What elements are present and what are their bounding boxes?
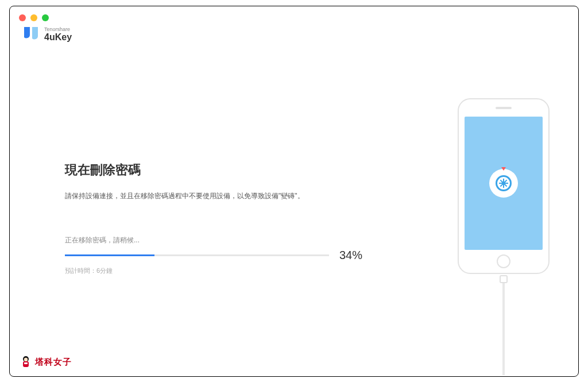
brand-product: 4uKey [44,32,72,43]
app-logo-icon [22,26,40,43]
footer-brand-text: 塔科女子 [35,357,72,368]
window-controls [19,14,49,21]
maximize-window-button[interactable] [42,14,49,21]
phone-icon [458,98,550,274]
footer-avatar-icon [20,356,32,368]
svg-point-1 [24,358,28,361]
main-content: 現在刪除密碼 請保持設備連接，並且在移除密碼過程中不要使用設備，以免導致設備"變… [65,161,386,275]
svg-rect-3 [24,362,28,364]
brand-company: Tenorshare [44,27,72,32]
compass-icon [489,169,518,198]
phone-speaker-icon [496,107,512,109]
app-logo-text: Tenorshare 4uKey [44,27,72,43]
instruction-text: 請保持設備連接，並且在移除密碼過程中不要使用設備，以免導致設備"變磚"。 [65,191,386,201]
footer-watermark: 塔科女子 [20,356,72,368]
cable-icon [500,274,508,375]
device-illustration [458,98,550,274]
progress-bar-fill [65,254,154,256]
app-logo: Tenorshare 4uKey [22,26,72,43]
progress-row: 34% [65,249,386,262]
progress-bar [65,254,329,256]
progress-percent: 34% [339,249,362,262]
close-window-button[interactable] [19,14,26,21]
progress-status-label: 正在移除密碼，請稍候... [65,236,386,245]
phone-screen-icon [465,117,543,250]
phone-home-button-icon [497,254,510,268]
app-window: Tenorshare 4uKey 現在刪除密碼 請保持設備連接，並且在移除密碼過… [9,6,579,377]
minimize-window-button[interactable] [30,14,37,21]
estimated-time: 預計時間：6分鐘 [65,267,386,275]
page-title: 現在刪除密碼 [65,161,386,179]
